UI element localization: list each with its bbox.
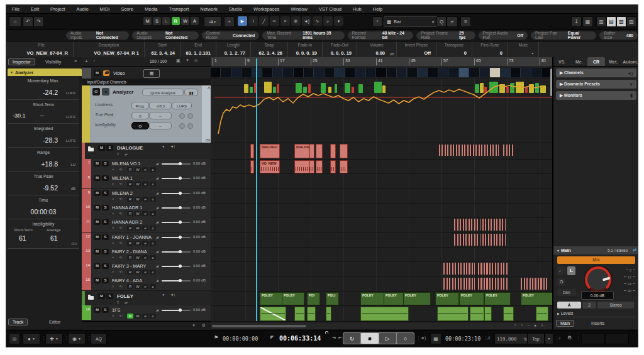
volume-slider[interactable] (162, 163, 191, 165)
info-field-file[interactable]: FileVO_NEW_67-04_R (10, 41, 74, 57)
search-icon[interactable]: ⊙ (194, 58, 198, 63)
volume-slider[interactable] (162, 222, 191, 223)
track-row-fairy-4-ada[interactable]: 15MSFAIRY 4 - ADA◢0.00 dB●◄)RWeo (82, 276, 211, 291)
slider-handle[interactable] (179, 162, 182, 165)
analyzer-cell-true-peak-0[interactable]: 0 (131, 112, 149, 119)
group-edit-icon[interactable]: ≡ (117, 152, 119, 156)
r-button[interactable]: R (127, 284, 133, 289)
marker-block[interactable] (321, 83, 326, 93)
audio-event-vo[interactable] (316, 160, 323, 173)
mute-tool[interactable]: ◄) (302, 16, 311, 26)
right-zone-tab-met[interactable]: Met. (605, 57, 622, 66)
punch-in-icon[interactable]: ⇥ (332, 336, 336, 341)
marker-block[interactable] (525, 87, 528, 93)
zoom-tool[interactable]: ⊕ (291, 16, 301, 26)
solo-button[interactable]: S (102, 278, 109, 283)
marker-block[interactable] (382, 85, 386, 93)
asm-button-r[interactable]: R (172, 17, 180, 25)
record-enable-icon[interactable]: ● (112, 270, 114, 273)
audio-event-fs[interactable] (326, 307, 331, 321)
mute-button[interactable]: M (94, 205, 101, 210)
status-pill-audio-outputs[interactable]: Audio OutputsNot Connected (132, 31, 198, 40)
e-button[interactable]: e (142, 284, 148, 289)
play-tool[interactable]: ▹ (323, 16, 333, 26)
w-button[interactable]: W (135, 284, 141, 289)
marker-block[interactable] (358, 84, 363, 93)
record-enable-icon[interactable]: ● (112, 241, 114, 244)
marker-block[interactable] (484, 87, 487, 93)
color-tool[interactable]: ▾ (334, 16, 343, 26)
o-button[interactable]: o (150, 255, 156, 260)
add-track-icon[interactable]: + (85, 58, 88, 64)
marker-block[interactable] (328, 87, 331, 93)
status-pill-max-record-time[interactable]: Max. Record Time1591 hours 35 mins (262, 31, 345, 40)
e-button[interactable]: e (142, 314, 148, 319)
w-button[interactable]: W (135, 211, 141, 216)
slider-handle[interactable] (179, 309, 182, 312)
audio-event-vo[interactable] (309, 160, 314, 173)
w-button[interactable]: W (135, 226, 141, 231)
audio-event-fs[interactable] (360, 307, 409, 321)
e-button[interactable]: e (142, 182, 148, 187)
volume-slider[interactable] (162, 310, 191, 311)
audio-event-dialogue[interactable] (340, 144, 348, 158)
analyzer-metric-integrated[interactable]: Integrated-28.3LUFS (8, 124, 79, 148)
audio-event-dialogue[interactable] (309, 144, 314, 158)
audio-event-cluster[interactable] (443, 263, 475, 275)
monitor-icon[interactable]: ◄) (118, 284, 123, 288)
o-button[interactable]: o (150, 197, 156, 202)
status-pill-audio-inputs[interactable]: Audio InputsNot Connected (66, 31, 129, 40)
analyzer-metric-short-term[interactable]: Short-Term-30.1--LUFS (8, 100, 79, 124)
audio-event-foley[interactable]: FOLEY (435, 292, 459, 305)
volume-slider[interactable] (162, 266, 191, 267)
record-button[interactable]: ○ (397, 333, 414, 344)
video-follow-icon[interactable]: ▦ (430, 333, 441, 344)
marker-block[interactable] (529, 84, 534, 93)
r-button[interactable]: R (127, 241, 133, 246)
analyzer-cell-intelligibility-0[interactable]: O (131, 122, 149, 129)
audio-event-cluster[interactable] (503, 145, 514, 156)
preroll-icon[interactable]: ◄) (420, 336, 426, 340)
zoom-control-icon[interactable]: ● (534, 323, 536, 327)
menu-window[interactable]: Window (285, 6, 313, 12)
erase-tool[interactable]: × (280, 16, 290, 26)
mute-button[interactable]: M (98, 145, 105, 151)
marker-block[interactable] (303, 87, 307, 93)
audio-event-foley[interactable]: FOLEY (360, 292, 384, 305)
track-row-fairy-2-diana[interactable]: 13MSFAIRY 2 - DIANA◢0.00 dB●◄)RWeo (82, 247, 211, 262)
audio-event-cluster[interactable] (439, 145, 499, 156)
record-enable-icon[interactable]: ● (112, 255, 114, 259)
solo-button[interactable]: S (102, 205, 109, 210)
record-icon[interactable]: ● (102, 88, 109, 96)
cr-section-monitors[interactable]: ▶ Monitors▮ (556, 91, 636, 100)
primary-time-display[interactable]: 00:06:33:14 (279, 335, 321, 342)
stop-button[interactable]: ■ (361, 333, 378, 344)
w-button[interactable]: W (135, 197, 141, 202)
punch-out-icon[interactable]: ⇤ (338, 336, 342, 341)
menu-help[interactable]: Help (367, 6, 388, 12)
quantize-button[interactable]: Q (436, 16, 447, 27)
analyzer-dot-icon[interactable] (187, 123, 193, 129)
o-button[interactable]: o (150, 167, 156, 172)
record-enable-icon[interactable]: ● (112, 314, 114, 317)
menu-audio[interactable]: Audio (70, 6, 94, 12)
monitor-button-2[interactable]: 2 (582, 302, 596, 309)
marker-block[interactable] (345, 83, 350, 93)
grid-type-dropdown[interactable]: ▦ Bar ▼ (384, 16, 438, 27)
split-tool[interactable]: ╱ (259, 16, 269, 26)
audio-event-fs[interactable] (294, 307, 305, 321)
marker-field-1[interactable] (581, 333, 605, 344)
inspector-menu-icon[interactable]: ≡ (74, 59, 77, 63)
menu-network[interactable]: Network (194, 6, 223, 12)
e-button[interactable]: e (142, 226, 148, 231)
menu-workspaces[interactable]: Workspaces (248, 6, 285, 12)
analyzer-metric-range[interactable]: Range+18.8LU (8, 148, 79, 172)
analyzer-metric-intelligibility[interactable]: IntelligibilityShort-TermAverage6161DIU (8, 219, 79, 249)
marker-block[interactable] (250, 87, 253, 93)
marker-block[interactable] (277, 84, 279, 93)
audio-event-foley[interactable]: FOLEY (384, 292, 404, 305)
audio-event-cluster[interactable] (478, 278, 508, 290)
volume-slider[interactable] (162, 178, 191, 179)
marker-block[interactable] (540, 85, 546, 93)
audio-event-fs[interactable] (307, 307, 316, 321)
